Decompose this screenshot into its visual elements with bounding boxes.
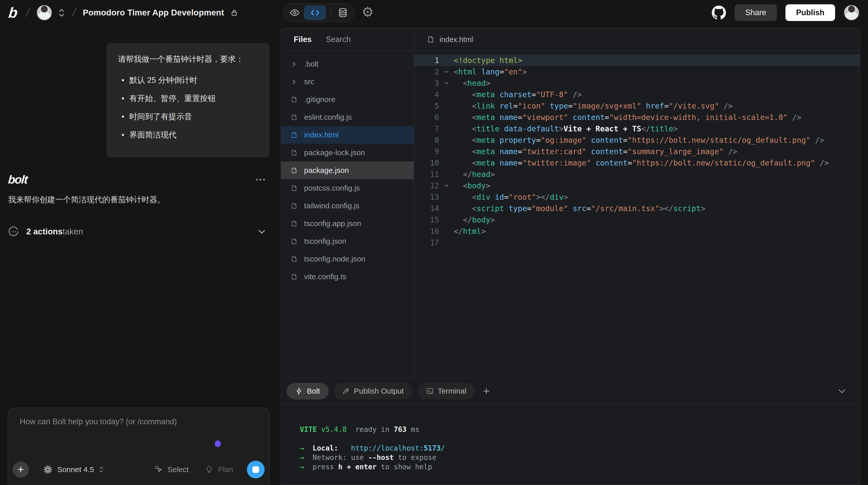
rocket-icon <box>342 387 350 395</box>
fold-chevron-icon[interactable] <box>439 66 454 77</box>
assistant-message: 我来帮你创建一个简洁现代的番茄钟计时器。 <box>8 194 165 205</box>
file-icon <box>291 273 298 280</box>
file-row-tsconfig.app.json[interactable]: tsconfig.app.json <box>281 215 414 232</box>
terminal-line: VITE v5.4.8 ready in 763 ms <box>300 425 860 434</box>
lock-icon <box>230 9 238 17</box>
code-line-17: 17 <box>414 237 860 248</box>
code-text: <meta name="twitter:card" content="summa… <box>454 146 737 157</box>
code-line-2: 2<html lang="en"> <box>414 66 860 77</box>
code-text: <head> <box>454 77 491 89</box>
fold-gutter <box>439 237 454 248</box>
file-row-eslint.config.js[interactable]: eslint.config.js <box>281 108 414 126</box>
workspace-switcher-icon[interactable] <box>58 7 65 19</box>
database-button[interactable] <box>336 6 350 20</box>
terminal-tab-label: Terminal <box>438 387 466 395</box>
stop-button[interactable] <box>247 461 265 478</box>
line-number: 8 <box>414 134 439 146</box>
file-icon <box>291 185 298 192</box>
model-name: Sonnet 4.5 <box>57 465 94 474</box>
terminal-tab-publish-output[interactable]: Publish Output <box>334 383 412 399</box>
folder-row-src[interactable]: src <box>281 73 414 91</box>
code-line-9: 9 <meta name="twitter:card" content="sum… <box>414 146 860 157</box>
user-message-intro: 请帮我做一个番茄钟计时器，要求： <box>118 53 258 65</box>
file-label: index.html <box>304 131 339 139</box>
chat-panel: 请帮我做一个番茄钟计时器，要求： 默认 25 分钟倒计时有开始、暂停、重置按钮时… <box>0 25 279 485</box>
fold-chevron-icon[interactable] <box>439 77 454 89</box>
publish-button[interactable]: Publish <box>785 4 835 21</box>
code-text: </head> <box>454 169 495 180</box>
tab-search[interactable]: Search <box>326 35 351 44</box>
chat-input[interactable]: How can Bolt help you today? (or /comman… <box>8 408 270 485</box>
plan-label: Plan <box>218 465 233 474</box>
file-row-tsconfig.json[interactable]: tsconfig.json <box>281 232 414 250</box>
github-icon[interactable] <box>712 6 726 20</box>
collapse-terminal-icon[interactable] <box>837 386 847 396</box>
code-line-11: 11 </head> <box>414 169 860 180</box>
file-icon <box>427 36 435 43</box>
file-row-package-lock.json[interactable]: package-lock.json <box>281 144 414 161</box>
user-message-bubble: 请帮我做一个番茄钟计时器，要求： 默认 25 分钟倒计时有开始、暂停、重置按钮时… <box>106 43 270 157</box>
topbar-right-cluster: Share Publish <box>712 4 859 21</box>
preview-eye-button[interactable] <box>288 6 302 20</box>
file-tree: .boltsrc.gitignoreeslint.config.jsindex.… <box>281 52 414 378</box>
plan-mode-button[interactable]: Plan <box>204 465 233 474</box>
fold-gutter <box>439 191 454 203</box>
file-row-vite.config.ts[interactable]: vite.config.ts <box>281 268 414 286</box>
workspace-avatar[interactable] <box>36 5 52 21</box>
terminal-tabs: BoltPublish OutputTerminal <box>287 383 475 399</box>
code-view-button[interactable] <box>304 5 326 20</box>
code-text: <!doctype html> <box>454 55 522 66</box>
fold-chevron-icon[interactable] <box>439 180 454 191</box>
file-row-.gitignore[interactable]: .gitignore <box>281 91 414 108</box>
settings-gear-button[interactable]: ⚙ <box>362 4 374 20</box>
user-avatar[interactable] <box>844 5 859 21</box>
bolt-logo[interactable]: b <box>8 5 19 20</box>
model-selector[interactable]: Sonnet 4.5 <box>43 465 104 474</box>
file-icon <box>291 220 298 227</box>
share-button[interactable]: Share <box>735 4 777 21</box>
terminal-tab-terminal[interactable]: Terminal <box>417 383 475 399</box>
fold-gutter <box>439 146 454 157</box>
chat-input-controls: + Sonnet 4.5 Select Plan <box>8 460 269 479</box>
collaborator-cursor-dot <box>215 441 221 447</box>
code-editor[interactable]: 1<!doctype html>2<html lang="en">3 <head… <box>414 52 860 378</box>
code-text: <title data-default>Vite + React + TS</t… <box>454 123 678 134</box>
code-line-12: 12 <body> <box>414 180 860 191</box>
editor-tab-index-html[interactable]: index.html <box>414 28 473 51</box>
code-text: <html lang="en"> <box>454 66 527 77</box>
file-row-index.html[interactable]: index.html <box>281 126 414 144</box>
file-label: tsconfig.app.json <box>304 219 361 228</box>
file-row-tsconfig.node.json[interactable]: tsconfig.node.json <box>281 250 414 268</box>
fold-gutter <box>439 111 454 123</box>
code-text: </html> <box>454 226 486 237</box>
breadcrumb-separator: / <box>25 6 31 20</box>
code-line-16: 16</html> <box>414 226 860 237</box>
code-line-5: 5 <link rel="icon" type="image/svg+xml" … <box>414 100 860 111</box>
file-label: vite.config.ts <box>304 272 346 281</box>
file-row-tailwind.config.js[interactable]: tailwind.config.js <box>281 197 414 215</box>
file-label: .gitignore <box>304 95 335 104</box>
tab-files[interactable]: Files <box>294 35 312 44</box>
line-number: 1 <box>414 55 439 66</box>
message-menu-button[interactable]: ••• <box>256 176 267 184</box>
actions-taken-expander[interactable]: 2 actions taken <box>8 222 267 241</box>
user-message-bullet: 时间到了有提示音 <box>122 111 258 123</box>
editor-tab-label: index.html <box>440 35 473 44</box>
add-terminal-button[interactable]: + <box>483 385 490 397</box>
actions-count: 2 actions <box>26 227 63 236</box>
model-starburst-icon <box>43 465 53 474</box>
fold-gutter <box>439 226 454 237</box>
file-row-postcss.config.js[interactable]: postcss.config.js <box>281 179 414 197</box>
file-row-package.json[interactable]: package.json <box>281 161 414 179</box>
fold-gutter <box>439 55 454 66</box>
fold-gutter <box>439 157 454 169</box>
file-label: package.json <box>304 166 349 175</box>
actions-label: taken <box>63 227 83 236</box>
terminal-tab-bolt[interactable]: Bolt <box>287 383 329 399</box>
folder-row-.bolt[interactable]: .bolt <box>281 55 414 73</box>
code-text: <div id="root"></div> <box>454 191 568 203</box>
lightning-icon <box>295 387 303 395</box>
attach-button[interactable]: + <box>13 461 29 478</box>
select-tool-button[interactable]: Select <box>154 465 189 474</box>
terminal-line: → Local: http://localhost:5173/ <box>300 444 860 453</box>
